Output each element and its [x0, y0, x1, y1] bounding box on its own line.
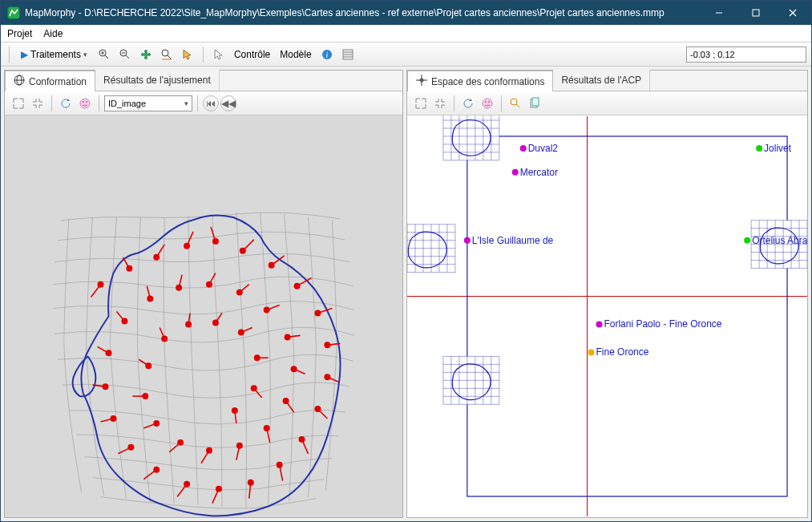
svg-point-90 [110, 415, 116, 422]
svg-line-10 [126, 55, 129, 59]
client-area: Conformation Résultats de l'ajustement I… [1, 67, 811, 521]
chevron-down-icon: ▾ [184, 99, 188, 107]
conformation-view[interactable] [5, 115, 402, 517]
left-panel: Conformation Résultats de l'ajustement I… [4, 70, 403, 518]
svg-point-99 [285, 334, 291, 340]
info-button[interactable]: i [318, 46, 336, 63]
svg-point-95 [176, 285, 182, 291]
menu-help[interactable]: Aide [43, 28, 63, 39]
copy-right-button[interactable] [526, 95, 543, 112]
minimize-button[interactable] [701, 1, 737, 25]
svg-text:i: i [325, 51, 328, 59]
tab-conformation[interactable]: Conformation [5, 71, 95, 91]
zoom-out-button[interactable] [116, 46, 134, 63]
model-label[interactable]: Modèle [277, 49, 314, 60]
treatments-label: Traitements [30, 49, 81, 60]
coordinate-text: -0.03 ; 0.12 [690, 50, 735, 59]
svg-point-122 [511, 99, 517, 105]
left-tabstrip: Conformation Résultats de l'ajustement [5, 71, 402, 91]
svg-point-113 [254, 354, 261, 361]
svg-point-94 [147, 296, 153, 302]
svg-point-79 [314, 310, 321, 317]
tab-fit-results-label: Résultats de l'ajustement [103, 75, 211, 86]
svg-point-112 [238, 329, 244, 335]
control-label[interactable]: Contrôle [231, 49, 273, 60]
face-right-button[interactable] [479, 95, 496, 112]
expand-all-right-button[interactable] [412, 95, 430, 112]
svg-point-105 [177, 439, 184, 446]
svg-point-199 [756, 145, 762, 152]
face-button[interactable] [76, 95, 94, 112]
tab-pca-label: Résultats de l'ACP [561, 75, 641, 86]
svg-point-23 [80, 99, 90, 108]
collapse-all-right-button[interactable] [431, 95, 449, 112]
app-icon [7, 6, 20, 19]
svg-text:Duval2: Duval2 [528, 143, 559, 154]
cursor-button[interactable] [210, 46, 228, 63]
svg-point-201 [744, 237, 750, 244]
menu-project[interactable]: Projet [7, 28, 32, 39]
svg-point-96 [206, 281, 212, 288]
svg-point-103 [236, 443, 243, 449]
svg-point-78 [294, 283, 301, 289]
pan-button[interactable] [137, 46, 155, 63]
zoom-extent-button[interactable] [158, 46, 176, 63]
treatments-button[interactable]: ▶ Traitements ▾ [16, 46, 92, 63]
svg-text:Jolivet: Jolivet [764, 143, 792, 154]
title-bar: MapMorphy - D:\RECHERCHE 2022\Site_MapMo… [1, 1, 811, 25]
prev-record-button[interactable]: ◀◀ [220, 95, 236, 111]
target-icon [416, 75, 427, 88]
svg-point-86 [216, 486, 222, 492]
app-window: MapMorphy - D:\RECHERCHE 2022\Site_MapMo… [0, 0, 812, 522]
svg-point-89 [127, 444, 134, 451]
chevron-down-icon: ▾ [83, 51, 87, 59]
svg-rect-125 [532, 98, 539, 106]
menu-bar: Projet Aide [1, 25, 811, 42]
first-record-button[interactable]: ⏮ [203, 95, 219, 111]
svg-point-203 [596, 321, 603, 327]
close-button[interactable] [774, 1, 811, 25]
svg-point-115 [232, 407, 238, 414]
left-panel-toolbar: ID_image ▾ ⏮ ◀◀ [5, 91, 402, 115]
zoom-right-button[interactable] [507, 95, 524, 112]
tab-fit-results[interactable]: Résultats de l'ajustement [95, 70, 220, 91]
properties-button[interactable] [339, 46, 357, 63]
tab-pca-results[interactable]: Résultats de l'ACP [553, 70, 650, 91]
window-title: MapMorphy - D:\RECHERCHE 2022\Site_MapMo… [25, 7, 701, 18]
svg-point-92 [105, 350, 111, 356]
tab-conformation-space[interactable]: Espace des conformations [407, 71, 553, 91]
id-image-combo[interactable]: ID_image ▾ [104, 95, 192, 111]
svg-point-72 [126, 265, 132, 272]
svg-point-12 [162, 50, 168, 56]
right-panel: Espace des conformations Résultats de l'… [406, 70, 808, 518]
svg-line-13 [168, 55, 171, 59]
svg-point-114 [251, 385, 257, 391]
svg-point-80 [324, 342, 330, 348]
conformation-space-view[interactable]: Duval2MercatorL'Isle Guillaume deJolivet… [407, 115, 807, 517]
svg-line-123 [516, 104, 519, 107]
collapse-all-button[interactable] [29, 95, 46, 112]
svg-point-108 [145, 362, 151, 369]
svg-point-81 [324, 374, 330, 380]
svg-text:L'Isle Guillaume de: L'Isle Guillaume de [472, 235, 554, 246]
svg-point-106 [153, 420, 160, 427]
svg-rect-2 [753, 10, 759, 16]
svg-point-195 [512, 169, 519, 176]
svg-point-197 [464, 237, 471, 244]
svg-text:Ortelius Abraham: Ortelius Abraham [752, 235, 807, 246]
svg-point-91 [103, 383, 109, 390]
svg-point-76 [240, 248, 246, 254]
svg-point-101 [283, 398, 289, 404]
svg-point-104 [206, 447, 212, 454]
refresh-left-button[interactable] [57, 95, 75, 112]
expand-all-button[interactable] [10, 95, 27, 112]
refresh-right-button[interactable] [459, 95, 477, 112]
zoom-in-button[interactable] [95, 46, 113, 63]
svg-text:Mercator: Mercator [520, 167, 558, 178]
select-arrow-button[interactable] [179, 46, 196, 63]
morph-plot [5, 115, 402, 517]
svg-point-97 [236, 289, 243, 296]
maximize-button[interactable] [737, 1, 774, 25]
svg-point-71 [98, 281, 104, 288]
svg-point-83 [299, 436, 305, 443]
